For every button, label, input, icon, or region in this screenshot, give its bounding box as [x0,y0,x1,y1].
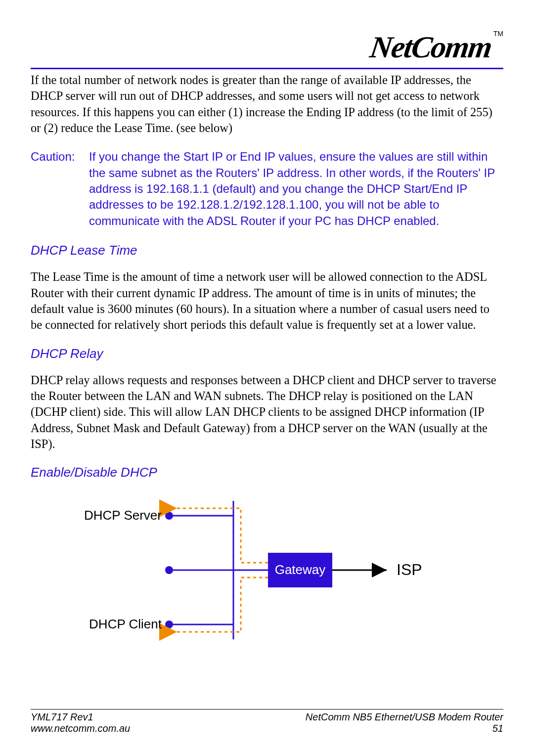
diagram-server-label: DHCP Server [84,508,162,523]
footer-rev: YML717 Rev1 [31,712,93,723]
logo-text: NetComm [368,30,493,65]
lease-time-body: The Lease Time is the amount of time a n… [31,269,503,333]
footer-url: www.netcomm.com.au [31,723,130,734]
page-footer: YML717 Rev1 NetComm NB5 Ethernet/USB Mod… [31,709,503,734]
footer-page: 51 [492,723,503,734]
logo-trademark: TM [493,30,503,38]
svg-point-7 [165,621,173,628]
heading-dhcp-relay: DHCP Relay [31,346,503,361]
svg-point-5 [165,512,173,520]
footer-product: NetComm NB5 Ethernet/USB Modem Router [306,712,503,723]
caution-block: Caution: If you change the Start IP or E… [31,149,503,229]
brand-logo: NetCommTM [31,30,503,65]
dhcp-relay-body: DHCP relay allows requests and responses… [31,372,503,452]
intro-paragraph: If the total number of network nodes is … [31,72,503,136]
diagram-isp-label: ISP [397,561,422,578]
header-rule [31,68,503,69]
caution-text: If you change the Start IP or End IP val… [89,149,503,229]
footer-rule [31,709,503,710]
heading-lease-time: DHCP Lease Time [31,243,503,258]
svg-point-6 [165,566,173,574]
heading-enable-disable: Enable/Disable DHCP [31,465,503,480]
diagram-client-label: DHCP Client [89,617,162,631]
dhcp-diagram: Gateway ISP DHCP Server DHCP Client [70,491,503,651]
diagram-gateway-label: Gateway [275,562,326,577]
caution-label: Caution: [31,149,89,229]
diagram-svg: Gateway ISP DHCP Server DHCP Client [70,491,426,649]
